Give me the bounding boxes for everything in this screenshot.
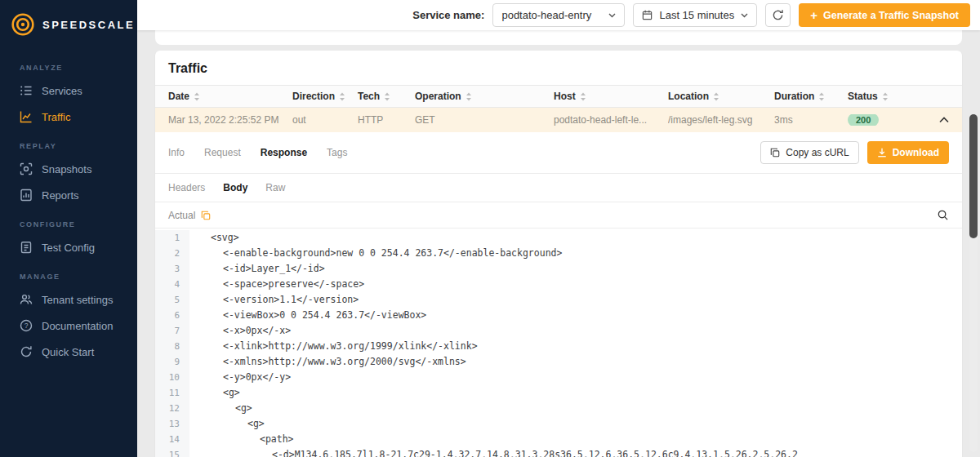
- list-icon: [20, 84, 33, 97]
- code-text: <g>: [189, 385, 240, 401]
- tab-response[interactable]: Response: [261, 147, 307, 158]
- cell-location: /images/left-leg.svg: [668, 114, 774, 126]
- code-text: <-space>preserve</-space>: [189, 277, 364, 292]
- code-line: 14<path>: [155, 432, 962, 447]
- sort-icon: [466, 92, 472, 101]
- column-header-tech[interactable]: Tech: [358, 91, 415, 102]
- traffic-card: Traffic DateDirectionTechOperationHostLo…: [155, 51, 962, 457]
- main-area: Service name: podtato-head-entry Last 15…: [137, 0, 980, 457]
- report-icon: [20, 189, 33, 202]
- code-line: 9<-xmlns>http://www.w3.org/2000/svg</-xm…: [155, 354, 962, 370]
- collapse-row-button[interactable]: [920, 117, 949, 123]
- cell-operation: GET: [415, 114, 554, 126]
- copy-as-curl-button[interactable]: Copy as cURL: [760, 141, 858, 164]
- line-number: 12: [155, 401, 189, 416]
- sort-icon: [384, 92, 390, 101]
- sidebar-item-tenant-settings[interactable]: Tenant settings: [0, 286, 137, 313]
- line-number: 6: [155, 308, 189, 323]
- scrolled-card-partial: [155, 30, 962, 45]
- page-title: Traffic: [155, 51, 962, 85]
- sort-icon: [713, 92, 719, 101]
- sidebar-item-services[interactable]: Services: [0, 78, 137, 104]
- traffic-row[interactable]: Mar 13, 2022 2:25:52 PM out HTTP GET pod…: [155, 108, 962, 132]
- vertical-scrollbar[interactable]: [969, 114, 978, 452]
- speedscale-logo-icon: [11, 12, 35, 37]
- detail-tabs-list: InfoRequestResponseTags: [168, 147, 347, 158]
- line-number: 4: [155, 277, 189, 292]
- sidebar-item-documentation[interactable]: ?Documentation: [0, 313, 137, 339]
- detail-actions: Copy as cURL Download: [760, 141, 949, 164]
- column-label: Date: [168, 91, 189, 102]
- column-header-direction[interactable]: Direction: [292, 91, 358, 102]
- help-icon: ?: [20, 319, 33, 332]
- column-header-date[interactable]: Date: [168, 91, 292, 102]
- logo[interactable]: SPEEDSCALE: [0, 0, 137, 51]
- column-header-duration[interactable]: Duration: [774, 91, 848, 102]
- refresh-button[interactable]: [765, 3, 791, 27]
- sidebar-item-label: Quick Start: [42, 346, 94, 358]
- copy-icon: [770, 148, 780, 158]
- line-number: 15: [155, 447, 189, 457]
- line-number: 14: [155, 432, 189, 447]
- code-text: <-x>0px</-x>: [189, 323, 291, 339]
- tab-request[interactable]: Request: [204, 147, 241, 158]
- tab-tags[interactable]: Tags: [327, 147, 347, 158]
- chevron-down-icon: [608, 13, 616, 18]
- copy-body-icon[interactable]: [201, 211, 211, 220]
- cell-host: podtato-head-left-le...: [554, 114, 668, 126]
- nav-section-label: CONFIGURE: [0, 208, 137, 234]
- sidebar-item-test-config[interactable]: Test Config: [0, 234, 137, 260]
- code-text: <-viewBox>0 0 254.4 263.7</-viewBox>: [189, 308, 426, 323]
- scrollbar-thumb[interactable]: [969, 114, 978, 238]
- logo-text: SPEEDSCALE: [42, 19, 135, 31]
- sidebar-item-traffic[interactable]: Traffic: [0, 104, 137, 130]
- line-number: 7: [155, 323, 189, 339]
- sidebar-item-label: Snapshots: [42, 163, 91, 175]
- column-header-operation[interactable]: Operation: [415, 91, 554, 102]
- code-text: <-xlink>http://www.w3.org/1999/xlink</-x…: [189, 339, 478, 354]
- line-number: 13: [155, 416, 189, 432]
- sort-icon: [818, 92, 825, 101]
- time-range-select[interactable]: Last 15 minutes: [633, 3, 757, 27]
- line-number: 2: [155, 246, 189, 261]
- sidebar-item-snapshots[interactable]: Snapshots: [0, 156, 137, 182]
- subtab-body[interactable]: Body: [223, 182, 247, 193]
- time-range-value: Last 15 minutes: [659, 9, 734, 21]
- subtab-raw[interactable]: Raw: [265, 182, 285, 193]
- cell-date: Mar 13, 2022 2:25:52 PM: [168, 114, 292, 126]
- chart-icon: [20, 110, 33, 123]
- column-label: Duration: [774, 91, 814, 102]
- column-header-status[interactable]: Status: [848, 91, 920, 102]
- line-number: 9: [155, 354, 189, 370]
- code-text: <-d>M134.6,185.7l1.8-21.7c29-1.4,32.7,14…: [189, 447, 798, 457]
- subtab-headers[interactable]: Headers: [168, 182, 205, 193]
- code-viewer[interactable]: 1<svg>2<-enable-background>new 0 0 254.4…: [155, 228, 962, 457]
- sidebar-item-label: Tenant settings: [42, 294, 113, 306]
- service-select[interactable]: podtato-head-entry: [492, 3, 625, 27]
- restart-icon: [20, 345, 33, 358]
- sort-icon: [339, 92, 345, 101]
- generate-snapshot-label: Generate a Traffic Snapshot: [823, 10, 959, 21]
- tab-info[interactable]: Info: [168, 147, 185, 158]
- download-button[interactable]: Download: [867, 141, 949, 164]
- copy-as-curl-label: Copy as cURL: [786, 147, 849, 158]
- sidebar-item-reports[interactable]: Reports: [0, 182, 137, 208]
- code-line: 4<-space>preserve</-space>: [155, 277, 962, 292]
- column-label: Status: [848, 91, 878, 102]
- code-line: 8<-xlink>http://www.w3.org/1999/xlink</-…: [155, 339, 962, 354]
- search-body-button[interactable]: [937, 209, 949, 221]
- sidebar-item-quick-start[interactable]: Quick Start: [0, 339, 137, 365]
- sidebar-item-label: Services: [42, 85, 82, 97]
- column-header-host[interactable]: Host: [554, 91, 668, 102]
- line-number: 8: [155, 339, 189, 354]
- column-header-location[interactable]: Location: [668, 91, 774, 102]
- code-line: 13<g>: [155, 416, 962, 432]
- code-line: 15<-d>M134.6,185.7l1.8-21.7c29-1.4,32.7,…: [155, 447, 962, 457]
- code-text: <svg>: [189, 230, 239, 246]
- topbar: Service name: podtato-head-entry Last 15…: [137, 0, 980, 30]
- generate-snapshot-button[interactable]: + Generate a Traffic Snapshot: [799, 3, 970, 27]
- cell-duration: 3ms: [774, 114, 848, 126]
- sidebar-item-label: Documentation: [42, 320, 113, 332]
- column-label: Direction: [292, 91, 335, 102]
- code-line: 12<g>: [155, 401, 962, 416]
